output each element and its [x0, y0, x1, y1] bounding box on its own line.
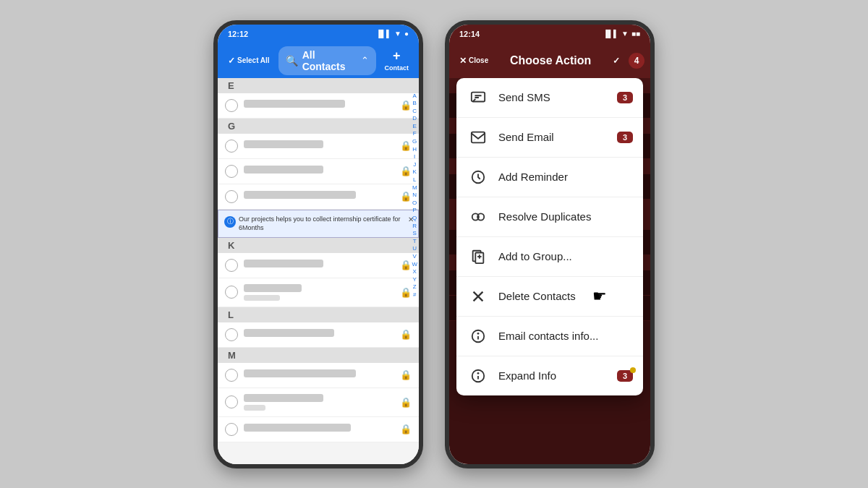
contact-info	[244, 166, 394, 176]
section-m: M	[218, 348, 419, 363]
close-icon: ✕	[459, 56, 467, 66]
lock-icon: 🔒	[400, 100, 412, 111]
contact-checkbox[interactable]	[225, 190, 238, 203]
lock-icon: 🔒	[400, 369, 412, 380]
table-row[interactable]: 🔒	[218, 253, 419, 278]
add-to-group-label: Add to Group...	[498, 250, 633, 262]
expand-info-item[interactable]: Expand Info 3	[456, 356, 643, 395]
alphabet-bar[interactable]: A B C D E F G H I J K L M N O P Q R S T …	[412, 93, 417, 299]
sms-icon	[467, 86, 490, 109]
section-e: E	[218, 78, 419, 93]
contact-checkbox[interactable]	[225, 286, 238, 299]
expand-info-badge: 3	[617, 370, 633, 382]
delete-contacts-item[interactable]: Delete Contacts ☛	[456, 277, 643, 317]
ad-text: Our projects helps you to collect intern…	[239, 215, 401, 232]
plus-icon: +	[393, 49, 401, 62]
contact-info	[244, 140, 394, 151]
table-row[interactable]: 🔒	[218, 184, 419, 210]
confirm-button[interactable]: ✓	[608, 53, 624, 69]
section-l: L	[218, 307, 419, 322]
lock-icon: 🔒	[400, 287, 412, 298]
contact-info	[244, 394, 394, 411]
select-all-button[interactable]: ✓ Select All	[224, 53, 274, 69]
right-contacts-body: K L M N O 🔒	[449, 78, 650, 464]
left-status-icons: ▐▌▌ ▼ ●	[376, 30, 409, 38]
table-row[interactable]: 🔒	[218, 417, 419, 442]
contact-checkbox[interactable]	[225, 259, 238, 272]
send-email-label: Send Email	[498, 131, 608, 143]
contact-info	[244, 260, 394, 270]
contact-name-blur	[244, 260, 323, 267]
delete-icon	[467, 285, 490, 308]
send-sms-item[interactable]: Send SMS 3	[456, 78, 643, 118]
table-row[interactable]: 🔒	[218, 322, 419, 348]
email-contacts-info-item[interactable]: Email contacts info...	[456, 317, 643, 356]
chevron-up-icon: ⌃	[361, 55, 369, 66]
contact-name-blur	[244, 140, 323, 148]
contact-checkbox[interactable]	[225, 99, 238, 112]
add-to-group-item[interactable]: Add to Group...	[456, 237, 643, 277]
left-status-bar: 12:12 ▐▌▌ ▼ ●	[218, 25, 419, 43]
email-contacts-info-label: Email contacts info...	[498, 330, 633, 342]
expand-info-label: Expand Info	[498, 369, 608, 382]
table-row[interactable]: 🔒	[218, 159, 419, 184]
send-email-item[interactable]: Send Email 3	[456, 118, 643, 158]
add-reminder-label: Add Reminder	[498, 171, 633, 183]
contact-checkbox[interactable]	[225, 328, 238, 341]
contact-info	[244, 329, 394, 340]
table-row[interactable]: 🔒	[218, 278, 419, 307]
search-bar[interactable]: 🔍 All Contacts ⌃	[278, 46, 376, 75]
cursor-icon: ☛	[592, 287, 607, 306]
left-contacts-body: E 🔒 G 🔒 🔒	[218, 78, 419, 464]
section-k: K	[218, 238, 419, 253]
contact-name-blur	[244, 100, 345, 108]
section-g: G	[218, 119, 419, 134]
send-sms-label: Send SMS	[498, 91, 608, 103]
table-row[interactable]: 🔒	[218, 93, 419, 119]
info-circle-icon	[467, 325, 490, 348]
expand-icon	[467, 364, 490, 388]
add-contact-button[interactable]: + Contact	[380, 46, 414, 74]
contact-checkbox[interactable]	[225, 395, 238, 408]
contact-name-blur	[244, 329, 334, 337]
table-row[interactable]: 🔒	[218, 388, 419, 417]
contact-info	[244, 424, 394, 435]
lock-icon: 🔒	[400, 329, 412, 340]
lock-icon: 🔒	[400, 424, 412, 435]
right-toolbar: ✕ Close Choose Action ✓ 4	[449, 43, 650, 78]
checkmark-icon: ✓	[228, 56, 235, 66]
svg-rect-3	[472, 132, 485, 142]
contact-name-blur	[244, 284, 302, 292]
lock-icon: 🔒	[400, 166, 412, 176]
contact-checkbox[interactable]	[225, 423, 238, 436]
left-phone: 12:12 ▐▌▌ ▼ ● ✓ Select All 🔍 All Contact…	[213, 20, 423, 468]
lock-icon: 🔒	[400, 191, 412, 202]
contact-sub-blur	[244, 295, 280, 301]
contact-info	[244, 100, 394, 111]
ad-banner: ⓘ Our projects helps you to collect inte…	[218, 210, 419, 238]
lock-icon: 🔒	[400, 397, 412, 408]
table-row[interactable]: 🔒	[218, 363, 419, 388]
right-status-bar: 12:14 ▐▌▌ ▼ ■■	[449, 25, 650, 43]
resolve-duplicates-item[interactable]: Resolve Duplicates	[456, 197, 643, 237]
send-sms-badge: 3	[617, 92, 633, 103]
lock-icon: 🔒	[400, 260, 412, 270]
delete-contacts-label: Delete Contacts	[498, 290, 633, 302]
contact-name-blur	[244, 394, 323, 402]
action-dropdown-menu: Send SMS 3 Send Email 3	[456, 78, 643, 395]
search-icon: 🔍	[286, 55, 298, 67]
contact-name-blur	[244, 166, 323, 174]
table-row[interactable]: 🔒	[218, 134, 419, 159]
checkmark-icon: ✓	[613, 56, 620, 66]
duplicate-icon	[467, 205, 490, 228]
right-phone: 12:14 ▐▌▌ ▼ ■■ ✕ Close Choose Action ✓ 4…	[445, 20, 655, 468]
contact-checkbox[interactable]	[225, 165, 238, 178]
contacts-title: All Contacts	[302, 49, 357, 72]
add-reminder-item[interactable]: Add Reminder	[456, 158, 643, 197]
contact-name-blur	[244, 369, 356, 377]
lock-icon: 🔒	[400, 140, 412, 151]
select-count-badge: 4	[629, 53, 644, 69]
contact-checkbox[interactable]	[225, 140, 238, 153]
contact-checkbox[interactable]	[225, 369, 238, 382]
close-button[interactable]: ✕ Close	[455, 53, 493, 69]
